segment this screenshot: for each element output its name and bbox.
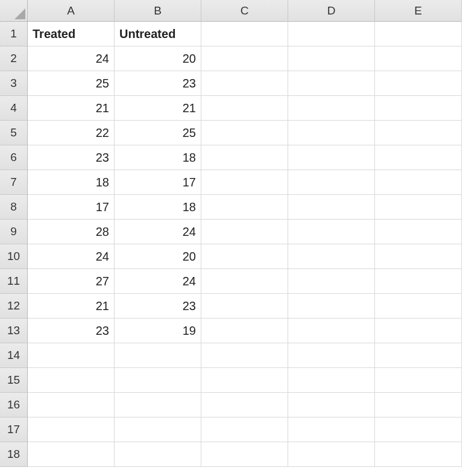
cell-D6[interactable] — [288, 145, 375, 170]
cell-C11[interactable] — [201, 269, 288, 294]
cell-D5[interactable] — [288, 121, 375, 145]
cell-B1[interactable]: Untreated — [115, 22, 201, 46]
cell-B2[interactable]: 20 — [115, 46, 201, 71]
row-header-17[interactable]: 17 — [0, 417, 28, 442]
cell-E14[interactable] — [375, 343, 462, 368]
cell-E7[interactable] — [375, 170, 462, 195]
cell-A7[interactable]: 18 — [28, 170, 115, 195]
cell-E12[interactable] — [375, 294, 462, 319]
cell-C4[interactable] — [201, 96, 288, 121]
row-header-13[interactable]: 13 — [0, 319, 28, 343]
row-header-7[interactable]: 7 — [0, 170, 28, 195]
cell-E9[interactable] — [375, 220, 462, 244]
cell-A16[interactable] — [28, 393, 115, 417]
cell-E8[interactable] — [375, 195, 462, 220]
cell-B4[interactable]: 21 — [115, 96, 201, 121]
row-header-4[interactable]: 4 — [0, 96, 28, 121]
cell-D18[interactable] — [288, 442, 375, 467]
cell-E15[interactable] — [375, 368, 462, 393]
cell-C8[interactable] — [201, 195, 288, 220]
cell-B15[interactable] — [115, 368, 201, 393]
col-header-D[interactable]: D — [288, 0, 375, 22]
cell-B12[interactable]: 23 — [115, 294, 201, 319]
cell-B3[interactable]: 23 — [115, 71, 201, 96]
cell-D9[interactable] — [288, 220, 375, 244]
cell-E6[interactable] — [375, 145, 462, 170]
row-header-2[interactable]: 2 — [0, 46, 28, 71]
cell-D10[interactable] — [288, 244, 375, 269]
cell-E3[interactable] — [375, 71, 462, 96]
cell-C10[interactable] — [201, 244, 288, 269]
cell-D2[interactable] — [288, 46, 375, 71]
cell-A5[interactable]: 22 — [28, 121, 115, 145]
row-header-8[interactable]: 8 — [0, 195, 28, 220]
cell-C15[interactable] — [201, 368, 288, 393]
cell-D11[interactable] — [288, 269, 375, 294]
cell-C18[interactable] — [201, 442, 288, 467]
cell-D15[interactable] — [288, 368, 375, 393]
cell-E2[interactable] — [375, 46, 462, 71]
cell-A4[interactable]: 21 — [28, 96, 115, 121]
cell-E16[interactable] — [375, 393, 462, 417]
col-header-E[interactable]: E — [375, 0, 462, 22]
col-header-B[interactable]: B — [115, 0, 201, 22]
cell-C17[interactable] — [201, 417, 288, 442]
cell-A15[interactable] — [28, 368, 115, 393]
cell-B7[interactable]: 17 — [115, 170, 201, 195]
row-header-15[interactable]: 15 — [0, 368, 28, 393]
cell-B6[interactable]: 18 — [115, 145, 201, 170]
cell-D3[interactable] — [288, 71, 375, 96]
cell-A10[interactable]: 24 — [28, 244, 115, 269]
cell-A6[interactable]: 23 — [28, 145, 115, 170]
cell-A12[interactable]: 21 — [28, 294, 115, 319]
cell-A1[interactable]: Treated — [28, 22, 115, 46]
cell-E13[interactable] — [375, 319, 462, 343]
cell-C2[interactable] — [201, 46, 288, 71]
row-header-18[interactable]: 18 — [0, 442, 28, 467]
cell-C14[interactable] — [201, 343, 288, 368]
row-header-1[interactable]: 1 — [0, 22, 28, 46]
cell-C5[interactable] — [201, 121, 288, 145]
row-header-9[interactable]: 9 — [0, 220, 28, 244]
cell-E1[interactable] — [375, 22, 462, 46]
cell-D1[interactable] — [288, 22, 375, 46]
col-header-C[interactable]: C — [201, 0, 288, 22]
cell-B14[interactable] — [115, 343, 201, 368]
row-header-11[interactable]: 11 — [0, 269, 28, 294]
cell-D17[interactable] — [288, 417, 375, 442]
cell-C13[interactable] — [201, 319, 288, 343]
cell-D4[interactable] — [288, 96, 375, 121]
cell-C1[interactable] — [201, 22, 288, 46]
cell-E4[interactable] — [375, 96, 462, 121]
cell-B9[interactable]: 24 — [115, 220, 201, 244]
row-header-5[interactable]: 5 — [0, 121, 28, 145]
cell-A9[interactable]: 28 — [28, 220, 115, 244]
cell-D8[interactable] — [288, 195, 375, 220]
cell-B5[interactable]: 25 — [115, 121, 201, 145]
cell-B17[interactable] — [115, 417, 201, 442]
cell-B16[interactable] — [115, 393, 201, 417]
cell-E18[interactable] — [375, 442, 462, 467]
cell-C3[interactable] — [201, 71, 288, 96]
cell-C9[interactable] — [201, 220, 288, 244]
cell-E5[interactable] — [375, 121, 462, 145]
cell-D14[interactable] — [288, 343, 375, 368]
cell-D12[interactable] — [288, 294, 375, 319]
cell-B10[interactable]: 20 — [115, 244, 201, 269]
cell-B8[interactable]: 18 — [115, 195, 201, 220]
cell-A17[interactable] — [28, 417, 115, 442]
row-header-14[interactable]: 14 — [0, 343, 28, 368]
cell-A13[interactable]: 23 — [28, 319, 115, 343]
cell-A18[interactable] — [28, 442, 115, 467]
cell-A3[interactable]: 25 — [28, 71, 115, 96]
select-all-corner[interactable] — [0, 0, 28, 22]
cell-E17[interactable] — [375, 417, 462, 442]
cell-A11[interactable]: 27 — [28, 269, 115, 294]
cell-C6[interactable] — [201, 145, 288, 170]
row-header-3[interactable]: 3 — [0, 71, 28, 96]
cell-A8[interactable]: 17 — [28, 195, 115, 220]
cell-D7[interactable] — [288, 170, 375, 195]
col-header-A[interactable]: A — [28, 0, 115, 22]
cell-A2[interactable]: 24 — [28, 46, 115, 71]
row-header-10[interactable]: 10 — [0, 244, 28, 269]
